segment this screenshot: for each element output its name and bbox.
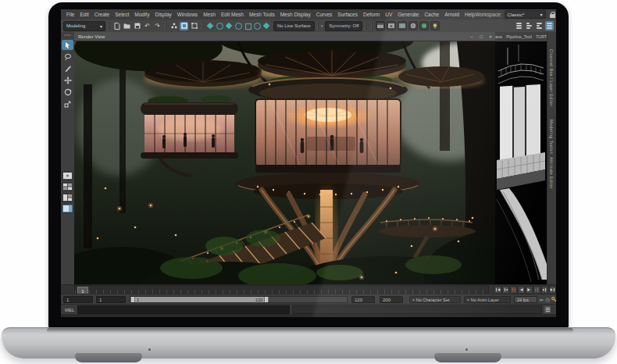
go-to-start-button[interactable]	[494, 286, 501, 294]
save-scene-icon[interactable]	[133, 22, 141, 30]
anim-layer-dropdown[interactable]: ▾ No Anim Layer	[464, 296, 511, 303]
menu-file[interactable]: File	[66, 12, 74, 17]
menu-select[interactable]: Select	[115, 12, 129, 17]
make-live-icon[interactable]	[254, 23, 261, 30]
undo-icon[interactable]: ↶	[143, 22, 152, 30]
layout-single-pane-button[interactable]	[62, 171, 73, 180]
render-settings-icon[interactable]	[408, 21, 418, 30]
menu-mesh-tools[interactable]: Mesh Tools	[249, 12, 275, 17]
hypershade-toggle-icon[interactable]	[525, 21, 533, 30]
maya-status-line: Modeling ▾ ↶ ↷	[61, 20, 556, 33]
scale-tool-button[interactable]	[62, 98, 73, 109]
step-forward-key-button[interactable]	[533, 286, 540, 294]
animation-end-field[interactable]: 200	[380, 296, 403, 303]
snap-grid-icon[interactable]	[207, 23, 214, 30]
shelf-tab-pipeline-tool[interactable]: Pipeline_Tool	[506, 34, 532, 39]
menu-generate[interactable]: Generate	[398, 12, 419, 17]
toolbox-handle[interactable]	[64, 34, 71, 36]
range-slider[interactable]: 1 120	[130, 296, 348, 303]
menu-edit[interactable]: Edit	[80, 12, 88, 17]
live-surface-field[interactable]: No Live Surface	[273, 21, 315, 31]
hypershade-icon[interactable]	[419, 21, 429, 30]
render-current-frame-icon[interactable]	[387, 21, 396, 30]
shelf-tab-turtle[interactable]: TURTLE	[536, 34, 547, 39]
playback-loop-icon[interactable]: ∞	[538, 296, 544, 303]
menu-mesh-display[interactable]: Mesh Display	[280, 12, 311, 17]
snap-point-icon[interactable]	[226, 23, 233, 30]
channel-box-tab[interactable]: Channel Box / Layer Editor	[549, 49, 554, 107]
snap-curve-icon[interactable]	[216, 23, 223, 30]
menu-edit-mesh[interactable]: Edit Mesh	[221, 12, 244, 17]
minimize-button[interactable]: –	[467, 34, 476, 39]
paint-select-tool-button[interactable]	[62, 63, 73, 73]
command-input[interactable]	[77, 305, 290, 314]
light-editor-icon[interactable]	[430, 21, 440, 30]
perspective-viewport[interactable]	[495, 41, 547, 284]
redo-icon[interactable]: ↷	[153, 22, 162, 30]
play-backwards-button[interactable]	[518, 286, 525, 294]
menu-deform[interactable]: Deform	[363, 12, 380, 17]
menu-help[interactable]: Help	[465, 12, 475, 17]
lock-workspace-icon[interactable]	[550, 12, 553, 18]
playback-end-field[interactable]: 120	[351, 296, 375, 303]
range-start-handle[interactable]	[130, 297, 135, 302]
render-view-title: Render View	[78, 34, 467, 39]
menu-surfaces[interactable]: Surfaces	[337, 12, 358, 17]
new-scene-icon[interactable]	[112, 22, 121, 30]
character-set-dropdown[interactable]: ▾ No Character Set	[409, 296, 461, 303]
step-back-frame-button[interactable]	[502, 286, 509, 294]
step-back-key-button[interactable]	[510, 286, 517, 294]
symmetry-dropdown[interactable]: Symmetry: Off	[325, 21, 362, 31]
menu-curves[interactable]: Curves	[316, 12, 333, 17]
attribute-editor-toggle-icon[interactable]	[535, 21, 544, 30]
maximize-button[interactable]: □	[476, 34, 486, 39]
step-forward-frame-button[interactable]	[541, 286, 548, 294]
menu-modify[interactable]: Modify	[134, 12, 149, 17]
menu-create[interactable]: Create	[95, 12, 110, 17]
snap-view-plane-icon[interactable]	[244, 23, 251, 30]
lasso-tool-button[interactable]	[62, 52, 73, 62]
chevron-down-icon[interactable]: ▾	[321, 23, 323, 28]
channel-box-toggle-icon[interactable]	[545, 21, 554, 30]
menu-uv[interactable]: UV	[385, 12, 392, 17]
close-button[interactable]: ×	[486, 34, 495, 39]
select-object-mask-icon[interactable]	[180, 22, 188, 30]
menu-mesh[interactable]: Mesh	[203, 12, 216, 17]
range-end-handle[interactable]	[264, 297, 269, 302]
render-view-titlebar[interactable]: Render View – □ ×	[74, 32, 495, 41]
rendered-image[interactable]	[74, 41, 495, 284]
layout-custom-button[interactable]	[62, 204, 73, 213]
modeling-toolkit-tab[interactable]: Modeling Toolkit	[549, 120, 554, 154]
attribute-editor-tab[interactable]: Attribute Editor	[549, 157, 554, 189]
fps-dropdown[interactable]: 24 fps	[514, 296, 537, 303]
snap-projected-center-icon[interactable]	[235, 23, 242, 30]
menu-set-dropdown[interactable]: Modeling ▾	[63, 21, 105, 31]
render-view-icon[interactable]	[376, 21, 385, 30]
modeling-toolkit-toggle-icon[interactable]	[515, 21, 523, 30]
snap-together-icon[interactable]	[263, 23, 270, 30]
select-tool-button[interactable]	[62, 40, 73, 50]
shelf-tab-partial[interactable]: ane	[495, 34, 502, 39]
go-to-end-button[interactable]	[549, 286, 556, 294]
layout-split-pane-button[interactable]	[62, 193, 73, 202]
menu-cache[interactable]: Cache	[424, 12, 439, 17]
playback-start-field[interactable]: 1	[96, 296, 126, 303]
command-language-label[interactable]: MEL	[65, 308, 74, 312]
menu-display[interactable]: Display	[155, 12, 171, 17]
auto-keyframe-icon[interactable]	[551, 296, 556, 303]
animation-preferences-icon[interactable]: ◷	[544, 296, 551, 303]
play-forwards-button[interactable]	[526, 286, 533, 294]
rotate-tool-button[interactable]	[62, 87, 73, 97]
menu-arnold[interactable]: Arnold	[444, 12, 459, 17]
ipr-render-icon[interactable]	[398, 21, 407, 30]
select-hierarchy-mask-icon[interactable]	[169, 22, 178, 30]
animation-start-field[interactable]: 1	[63, 296, 93, 303]
move-tool-button[interactable]	[62, 75, 73, 85]
workspace-dropdown[interactable]: Classic* ▾	[505, 10, 546, 19]
script-editor-icon[interactable]	[544, 306, 551, 313]
select-component-mask-icon[interactable]	[190, 22, 198, 30]
menu-windows[interactable]: Windows	[177, 12, 198, 17]
open-scene-icon[interactable]	[123, 22, 131, 30]
playback-range-bar[interactable]: 1 120	[130, 297, 269, 302]
layout-four-pane-button[interactable]	[62, 182, 73, 191]
